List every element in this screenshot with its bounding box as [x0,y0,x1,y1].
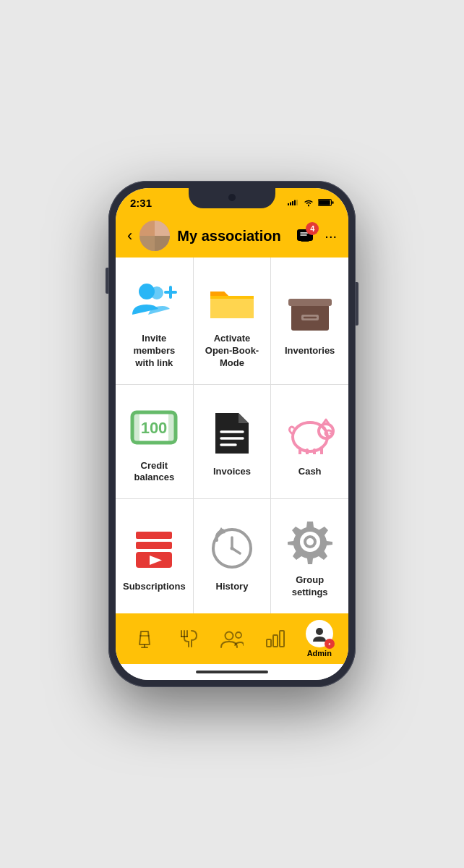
grid-item-group-settings[interactable]: Group settings [271,499,348,613]
avatar[interactable] [139,221,170,251]
piggy-icon [285,408,335,459]
camera [228,194,236,201]
svg-rect-43 [136,532,172,539]
svg-rect-11 [155,236,170,251]
svg-rect-44 [136,542,172,549]
grid-item-cash[interactable]: Cash [271,385,348,499]
svg-rect-3 [294,200,296,206]
group-settings-label: Group settings [278,574,341,599]
stats-nav-icon [265,629,285,648]
notification-badge: 4 [306,222,319,235]
notch [189,188,275,208]
svg-point-18 [150,286,163,299]
status-time: 2:31 [130,197,152,209]
phone-frame: 2:31 [108,181,356,687]
svg-rect-1 [290,203,291,206]
admin-icon-wrap: e [306,620,333,647]
svg-rect-12 [155,221,170,236]
svg-rect-28 [168,412,176,443]
admin-user-icon [312,626,327,642]
svg-point-62 [236,632,241,638]
svg-rect-63 [267,639,271,647]
home-bar [196,671,268,673]
svg-point-54 [306,538,314,545]
svg-rect-13 [139,236,155,251]
food-nav-icon [179,629,199,649]
archive-icon [285,287,335,338]
svg-rect-22 [288,299,332,306]
svg-text:100: 100 [141,419,168,437]
invoice-icon [207,408,257,459]
svg-point-36 [329,433,330,434]
page-title: My association [177,228,288,244]
svg-rect-20 [164,291,177,294]
admin-badge: e [325,639,335,649]
status-icons [288,198,334,207]
subscriptions-icon [129,523,179,574]
svg-point-35 [326,433,327,434]
nav-item-food[interactable] [171,629,207,649]
svg-point-5 [308,205,309,206]
invite-icon [129,275,179,326]
grid-item-credit-balances[interactable]: 100 Credit balances [116,385,193,499]
inventories-label: Inventories [285,345,335,357]
nav-item-stats[interactable] [257,629,293,648]
cash-label: Cash [298,466,322,478]
open-book-label: Activate Open-Book-Mode [201,333,264,370]
history-label: History [216,581,249,593]
svg-rect-10 [139,221,155,236]
svg-rect-64 [273,635,278,647]
admin-label: Admin [307,649,332,658]
grid-item-inventories[interactable]: Inventories [271,258,348,384]
bottom-navigation: e Admin [116,613,348,664]
grid-item-history[interactable]: History [194,499,271,613]
invite-members-label: Invite members with link [123,333,186,370]
grid-item-invite-members[interactable]: Invite members with link [116,258,193,384]
wifi-icon [303,198,314,207]
svg-point-66 [316,628,323,635]
svg-rect-27 [132,412,139,443]
svg-rect-2 [292,201,293,205]
svg-rect-8 [332,201,333,204]
more-button[interactable]: ··· [325,228,337,244]
grid-item-invoices[interactable]: Invoices [194,385,271,499]
svg-point-34 [325,430,332,436]
nav-item-members[interactable] [214,629,250,648]
nav-item-drinks[interactable] [126,629,163,649]
signal-icon [288,200,299,205]
history-icon [207,523,257,574]
settings-icon [285,516,335,567]
subscriptions-label: Subscriptions [123,581,186,593]
phone-screen: 2:31 [116,188,348,680]
svg-text:e: e [328,642,330,646]
svg-point-51 [231,546,234,550]
grid-item-subscriptions[interactable]: Subscriptions [116,499,193,613]
back-button[interactable]: ‹ [127,226,132,245]
drink-nav-icon [135,629,154,649]
svg-point-61 [225,632,233,640]
svg-rect-4 [296,200,298,205]
invoices-label: Invoices [213,466,251,478]
notifications-button[interactable]: 4 [296,226,314,245]
credit-icon: 100 [129,402,179,453]
svg-rect-7 [319,200,330,205]
grid-item-open-book[interactable]: Activate Open-Book-Mode [194,258,271,384]
nav-item-admin[interactable]: e Admin [301,620,338,658]
members-nav-icon [220,629,244,648]
feature-grid: Invite members with link Activate Open-B… [116,258,348,613]
battery-icon [318,198,334,207]
folder-icon [207,275,257,326]
home-indicator [116,664,348,680]
svg-rect-0 [288,203,289,205]
app-header: ‹ My association [116,214,348,258]
svg-rect-65 [280,631,284,647]
svg-point-37 [323,427,325,429]
credit-balances-label: Credit balances [123,460,186,485]
header-actions: 4 ··· [296,226,337,245]
